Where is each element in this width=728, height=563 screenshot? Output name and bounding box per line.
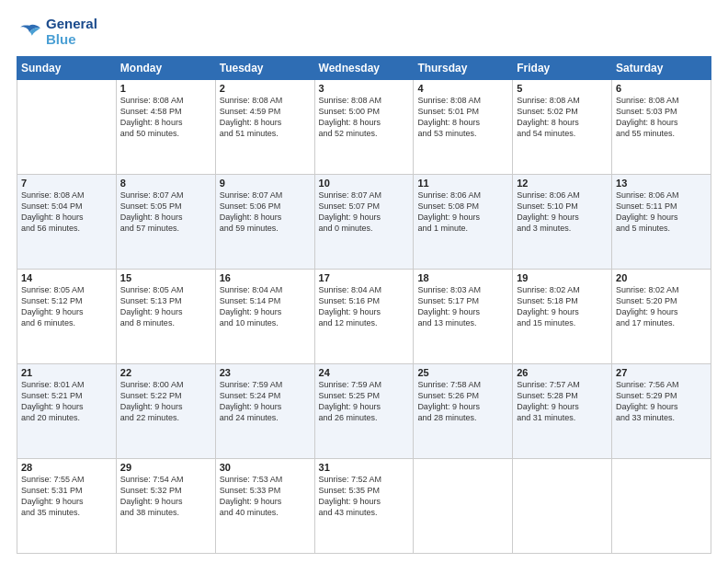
calendar-cell: 25Sunrise: 7:58 AMSunset: 5:26 PMDayligh… [414,364,513,459]
day-number: 23 [220,367,311,378]
day-number: 2 [220,83,311,94]
calendar-cell: 15Sunrise: 8:05 AMSunset: 5:13 PMDayligh… [116,270,215,364]
calendar-cell: 14Sunrise: 8:05 AMSunset: 5:12 PMDayligh… [17,270,117,364]
day-info: Sunrise: 7:58 AMSunset: 5:26 PMDaylight:… [417,379,508,424]
day-info: Sunrise: 8:02 AMSunset: 5:18 PMDaylight:… [517,284,608,329]
calendar-cell: 10Sunrise: 8:07 AMSunset: 5:07 PMDayligh… [314,175,414,270]
calendar-cell [414,459,513,554]
day-info: Sunrise: 8:01 AMSunset: 5:21 PMDaylight:… [21,379,112,424]
day-number: 3 [319,83,410,94]
day-number: 7 [21,178,112,189]
day-info: Sunrise: 8:05 AMSunset: 5:12 PMDaylight:… [21,284,112,329]
calendar-cell: 17Sunrise: 8:04 AMSunset: 5:16 PMDayligh… [314,270,414,364]
day-info: Sunrise: 8:04 AMSunset: 5:14 PMDaylight:… [220,284,311,329]
day-info: Sunrise: 8:08 AMSunset: 4:59 PMDaylight:… [220,95,311,140]
day-number: 18 [417,272,508,283]
day-number: 31 [319,462,410,473]
calendar-cell: 28Sunrise: 7:55 AMSunset: 5:31 PMDayligh… [17,459,117,554]
day-number: 15 [120,272,211,283]
day-number: 10 [319,178,410,189]
day-number: 24 [319,367,410,378]
calendar-table: SundayMondayTuesdayWednesdayThursdayFrid… [17,56,711,554]
calendar-cell: 1Sunrise: 8:08 AMSunset: 4:58 PMDaylight… [116,80,215,175]
day-number: 6 [616,83,707,94]
day-info: Sunrise: 8:08 AMSunset: 5:03 PMDaylight:… [616,95,707,140]
calendar-cell: 23Sunrise: 7:59 AMSunset: 5:24 PMDayligh… [215,364,314,459]
logo-icon [17,22,42,42]
day-info: Sunrise: 8:07 AMSunset: 5:06 PMDaylight:… [220,190,311,235]
day-number: 26 [517,367,608,378]
calendar-cell: 9Sunrise: 8:07 AMSunset: 5:06 PMDaylight… [215,175,314,270]
logo: General Blue [17,17,97,47]
calendar-cell [513,459,612,554]
day-number: 5 [517,83,608,94]
day-number: 1 [120,83,211,94]
day-info: Sunrise: 8:06 AMSunset: 5:10 PMDaylight:… [517,190,608,235]
day-number: 12 [517,178,608,189]
weekday-header: Friday [513,57,612,80]
weekday-header: Wednesday [314,57,414,80]
calendar-week-row: 21Sunrise: 8:01 AMSunset: 5:21 PMDayligh… [17,364,711,459]
day-number: 9 [220,178,311,189]
day-info: Sunrise: 8:02 AMSunset: 5:20 PMDaylight:… [616,284,707,329]
day-info: Sunrise: 7:53 AMSunset: 5:33 PMDaylight:… [220,474,311,519]
day-info: Sunrise: 8:03 AMSunset: 5:17 PMDaylight:… [417,284,508,329]
page: General Blue SundayMondayTuesdayWednesda… [0,0,728,563]
calendar-week-row: 28Sunrise: 7:55 AMSunset: 5:31 PMDayligh… [17,459,711,554]
day-info: Sunrise: 8:05 AMSunset: 5:13 PMDaylight:… [120,284,211,329]
day-info: Sunrise: 8:06 AMSunset: 5:11 PMDaylight:… [616,190,707,235]
calendar-cell: 16Sunrise: 8:04 AMSunset: 5:14 PMDayligh… [215,270,314,364]
calendar-cell: 3Sunrise: 8:08 AMSunset: 5:00 PMDaylight… [314,80,414,175]
weekday-header: Saturday [612,57,711,80]
day-info: Sunrise: 8:08 AMSunset: 5:04 PMDaylight:… [21,190,112,235]
calendar-cell: 4Sunrise: 8:08 AMSunset: 5:01 PMDaylight… [414,80,513,175]
calendar-cell: 21Sunrise: 8:01 AMSunset: 5:21 PMDayligh… [17,364,117,459]
calendar-cell: 2Sunrise: 8:08 AMSunset: 4:59 PMDaylight… [215,80,314,175]
calendar-cell: 13Sunrise: 8:06 AMSunset: 5:11 PMDayligh… [612,175,711,270]
calendar-cell: 30Sunrise: 7:53 AMSunset: 5:33 PMDayligh… [215,459,314,554]
day-number: 30 [220,462,311,473]
day-number: 28 [21,462,112,473]
day-number: 27 [616,367,707,378]
calendar-cell: 18Sunrise: 8:03 AMSunset: 5:17 PMDayligh… [414,270,513,364]
calendar-cell [17,80,117,175]
calendar-cell: 31Sunrise: 7:52 AMSunset: 5:35 PMDayligh… [314,459,414,554]
day-info: Sunrise: 7:59 AMSunset: 5:25 PMDaylight:… [319,379,410,424]
calendar-cell: 26Sunrise: 7:57 AMSunset: 5:28 PMDayligh… [513,364,612,459]
day-info: Sunrise: 8:08 AMSunset: 4:58 PMDaylight:… [120,95,211,140]
header: General Blue [17,17,711,47]
calendar-cell: 8Sunrise: 8:07 AMSunset: 5:05 PMDaylight… [116,175,215,270]
day-number: 13 [616,178,707,189]
day-number: 8 [120,178,211,189]
calendar-cell: 24Sunrise: 7:59 AMSunset: 5:25 PMDayligh… [314,364,414,459]
calendar-cell: 20Sunrise: 8:02 AMSunset: 5:20 PMDayligh… [612,270,711,364]
calendar-cell: 29Sunrise: 7:54 AMSunset: 5:32 PMDayligh… [116,459,215,554]
calendar-cell: 27Sunrise: 7:56 AMSunset: 5:29 PMDayligh… [612,364,711,459]
day-number: 17 [319,272,410,283]
weekday-header: Monday [116,57,215,80]
day-info: Sunrise: 8:07 AMSunset: 5:07 PMDaylight:… [319,190,410,235]
calendar-cell: 7Sunrise: 8:08 AMSunset: 5:04 PMDaylight… [17,175,117,270]
day-number: 22 [120,367,211,378]
calendar-cell [612,459,711,554]
weekday-header: Tuesday [215,57,314,80]
day-info: Sunrise: 8:07 AMSunset: 5:05 PMDaylight:… [120,190,211,235]
day-number: 14 [21,272,112,283]
calendar-week-row: 7Sunrise: 8:08 AMSunset: 5:04 PMDaylight… [17,175,711,270]
calendar-cell: 11Sunrise: 8:06 AMSunset: 5:08 PMDayligh… [414,175,513,270]
calendar-cell: 6Sunrise: 8:08 AMSunset: 5:03 PMDaylight… [612,80,711,175]
calendar-cell: 5Sunrise: 8:08 AMSunset: 5:02 PMDaylight… [513,80,612,175]
calendar-cell: 19Sunrise: 8:02 AMSunset: 5:18 PMDayligh… [513,270,612,364]
day-info: Sunrise: 7:52 AMSunset: 5:35 PMDaylight:… [319,474,410,519]
calendar-week-row: 14Sunrise: 8:05 AMSunset: 5:12 PMDayligh… [17,270,711,364]
day-number: 29 [120,462,211,473]
weekday-header: Sunday [17,57,117,80]
day-number: 11 [417,178,508,189]
day-info: Sunrise: 8:08 AMSunset: 5:02 PMDaylight:… [517,95,608,140]
weekday-header: Thursday [414,57,513,80]
day-info: Sunrise: 8:06 AMSunset: 5:08 PMDaylight:… [417,190,508,235]
day-number: 4 [417,83,508,94]
day-number: 21 [21,367,112,378]
day-info: Sunrise: 7:57 AMSunset: 5:28 PMDaylight:… [517,379,608,424]
calendar-week-row: 1Sunrise: 8:08 AMSunset: 4:58 PMDaylight… [17,80,711,175]
